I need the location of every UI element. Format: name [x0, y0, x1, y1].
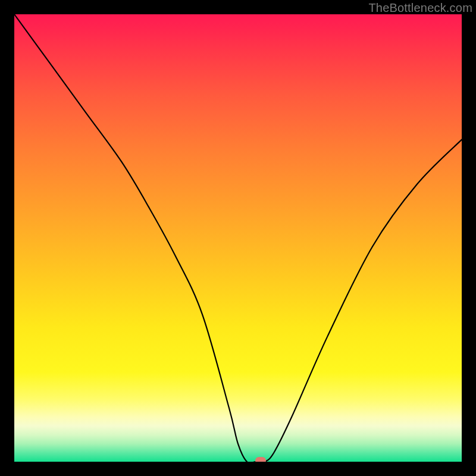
watermark-text: TheBottleneck.com — [368, 1, 472, 15]
bottleneck-curve — [14, 14, 462, 462]
chart-frame: TheBottleneck.com — [0, 0, 476, 476]
plot-area — [14, 14, 462, 462]
optimal-point-marker — [255, 457, 266, 462]
